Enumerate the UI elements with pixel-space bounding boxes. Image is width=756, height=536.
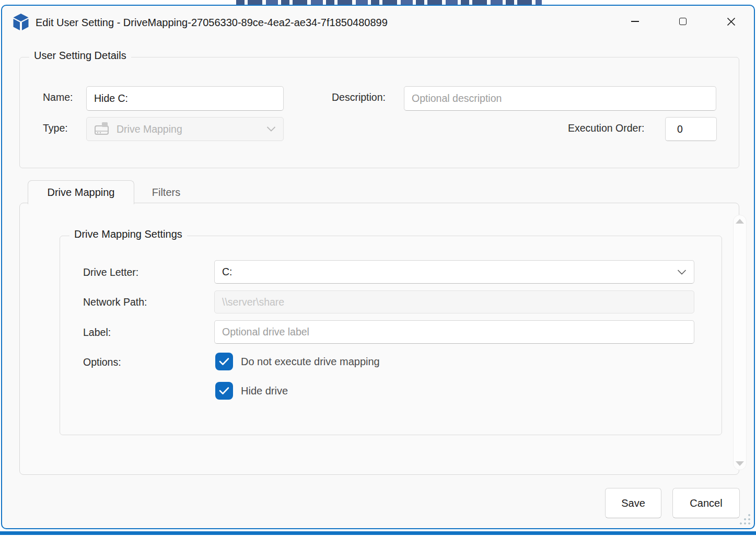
drive-letter-label: Drive Letter: xyxy=(83,266,138,278)
type-label: Type: xyxy=(43,122,68,134)
option-row-hide-drive: Hide drive xyxy=(215,382,288,400)
chevron-down-icon xyxy=(266,126,276,132)
drive-letter-dropdown[interactable]: C: xyxy=(214,260,694,284)
user-setting-details-legend: User Setting Details xyxy=(29,50,131,62)
close-icon xyxy=(727,17,736,26)
type-value: Drive Mapping xyxy=(117,123,182,135)
occluded-background-text xyxy=(236,0,542,5)
do-not-execute-label: Do not execute drive mapping xyxy=(241,356,380,368)
scroll-up-icon[interactable] xyxy=(736,219,744,224)
drive-mapping-settings-group: Drive Mapping Settings Drive Letter: C: … xyxy=(60,236,722,435)
hide-drive-label: Hide drive xyxy=(241,385,288,397)
checkmark-icon xyxy=(219,387,229,395)
do-not-execute-checkbox[interactable] xyxy=(215,353,233,370)
background-window-border xyxy=(0,531,756,535)
save-button[interactable]: Save xyxy=(605,488,661,518)
name-label: Name: xyxy=(43,91,73,103)
network-path-label: Network Path: xyxy=(83,296,147,308)
name-input[interactable] xyxy=(86,86,284,111)
minimize-button[interactable] xyxy=(622,10,648,33)
tab-filters-label: Filters xyxy=(152,187,180,199)
execution-order-input[interactable] xyxy=(665,117,717,141)
type-dropdown: Drive Mapping xyxy=(86,117,284,141)
maximize-icon xyxy=(679,18,687,25)
tab-drive-mapping[interactable]: Drive Mapping xyxy=(28,180,134,204)
description-input[interactable] xyxy=(404,86,716,111)
drive-letter-value: C: xyxy=(222,266,232,278)
drive-mapping-settings-legend: Drive Mapping Settings xyxy=(69,228,187,240)
chevron-down-icon xyxy=(677,269,687,275)
drive-label-input[interactable] xyxy=(214,320,694,344)
hard-drive-icon xyxy=(94,122,110,136)
user-setting-details-group: User Setting Details xyxy=(19,57,739,168)
network-path-input xyxy=(214,290,694,313)
execution-order-label: Execution Order: xyxy=(568,122,644,134)
resize-grip[interactable] xyxy=(739,514,751,525)
option-row-do-not-execute: Do not execute drive mapping xyxy=(215,353,380,370)
minimize-icon xyxy=(631,21,639,22)
window-title: Edit User Setting - DriveMapping-2705633… xyxy=(36,17,388,29)
scroll-down-icon[interactable] xyxy=(736,461,744,466)
close-button[interactable] xyxy=(718,10,744,33)
drive-mapping-tab-panel: Drive Mapping Settings Drive Letter: C: … xyxy=(19,203,739,475)
maximize-button[interactable] xyxy=(670,10,696,33)
edit-user-setting-dialog: Edit User Setting - DriveMapping-2705633… xyxy=(1,5,755,529)
drive-label-label: Label: xyxy=(83,327,111,339)
checkmark-icon xyxy=(219,357,229,366)
hide-drive-checkbox[interactable] xyxy=(215,382,233,400)
description-label: Description: xyxy=(332,91,386,103)
vertical-scrollbar[interactable] xyxy=(733,215,747,470)
app-cube-icon xyxy=(11,12,31,32)
cancel-button[interactable]: Cancel xyxy=(672,488,740,518)
options-label: Options: xyxy=(83,356,121,368)
tab-filters[interactable]: Filters xyxy=(134,180,198,204)
title-bar: Edit User Setting - DriveMapping-2705633… xyxy=(2,6,754,38)
tab-drive-mapping-label: Drive Mapping xyxy=(48,187,115,199)
